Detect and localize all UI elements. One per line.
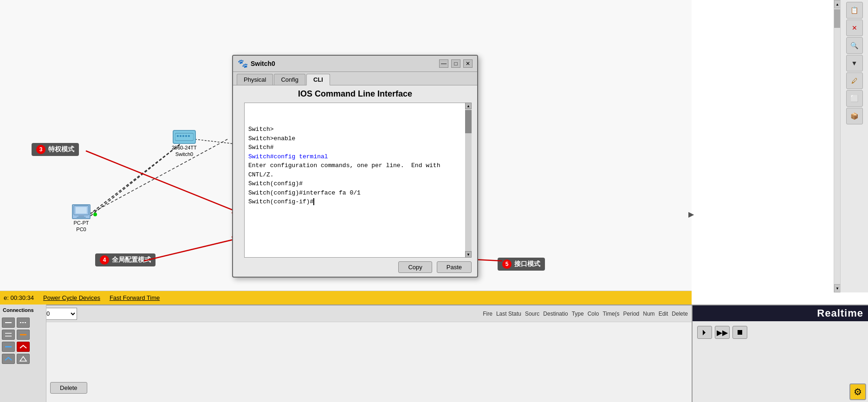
dialog-icon: 🐾 <box>238 58 248 69</box>
scroll-up[interactable]: ▲ <box>834 0 841 8</box>
tab-physical[interactable]: Physical <box>237 74 273 85</box>
connections-label: Connections <box>2 306 44 314</box>
svg-line-2 <box>91 139 227 214</box>
connections-panel: Connections <box>0 305 46 402</box>
scroll-down[interactable]: ▼ <box>834 284 841 292</box>
svg-rect-10 <box>188 135 190 137</box>
scenario-bar: i Scenario 0 Fire Last Statu Sourc Desti… <box>0 305 692 322</box>
period-label: Period <box>623 311 640 317</box>
pc-device[interactable]: PC-PT PC0 <box>72 204 91 232</box>
svg-line-0 <box>91 142 183 214</box>
svg-rect-7 <box>180 135 181 137</box>
type-label: Type <box>572 311 584 317</box>
conn-icon-5[interactable] <box>2 342 15 352</box>
power-cycle-btn[interactable]: Power Cycle Devices <box>43 294 100 301</box>
tab-cli[interactable]: CLI <box>306 74 330 85</box>
svg-rect-13 <box>78 215 84 217</box>
switch-label1: 2960-24TT <box>172 145 197 150</box>
window-controls: — □ ✕ <box>439 59 473 68</box>
terminal-content: Switch> Switch>enable Switch# Switch#con… <box>248 125 457 207</box>
fire-label: Fire <box>483 311 492 317</box>
settings-icon[interactable]: ⚙ <box>849 383 866 400</box>
copy-button[interactable]: Copy <box>398 261 432 273</box>
bottom-panel: i Scenario 0 Fire Last Statu Sourc Desti… <box>0 305 692 402</box>
source-label: Sourc <box>525 311 539 317</box>
delete-label: Delete <box>672 311 688 317</box>
minimize-button[interactable]: — <box>439 59 448 68</box>
cli-header: IOS Command Line Interface <box>233 85 477 103</box>
toolbar-btn-4[interactable]: ▼ <box>846 55 863 71</box>
conn-icon-7[interactable] <box>2 354 15 364</box>
scroll-thumb[interactable] <box>465 110 472 133</box>
pc-label2: PC0 <box>72 227 91 232</box>
svg-rect-8 <box>182 135 184 137</box>
bottom-action-buttons: New Delete <box>9 378 682 397</box>
conn-icon-8[interactable] <box>17 354 30 364</box>
toolbar-btn-5[interactable]: 🖊 <box>846 72 863 89</box>
conn-icon-1[interactable] <box>2 318 15 328</box>
maximize-button[interactable]: □ <box>451 59 460 68</box>
svg-marker-27 <box>20 357 26 361</box>
time-label: Time(s <box>602 311 619 317</box>
edit-label: Edit <box>659 311 668 317</box>
terminal-scrollbar[interactable]: ▲ ▼ <box>465 103 472 258</box>
delete-button[interactable]: Delete <box>50 382 87 394</box>
conn-icon-3[interactable] <box>2 330 15 340</box>
destination-label: Destinatio <box>543 311 568 317</box>
realtime-panel: Realtime ⏵ ▶▶ ⏹ ⚙ <box>692 305 868 402</box>
scroll-down-arrow[interactable]: ▼ <box>465 251 472 258</box>
cli-terminal[interactable]: Switch> Switch>enable Switch# Switch#con… <box>244 103 466 258</box>
num-label: Num <box>643 311 654 317</box>
pc-label1: PC-PT <box>72 220 91 226</box>
cli-dialog: 🐾 Switch0 — □ ✕ Physical Config CLI IOS … <box>232 55 478 278</box>
toolbar-btn-2[interactable]: ✕ <box>846 19 863 36</box>
dialog-title: Switch0 <box>251 60 275 67</box>
last-status-label: Last Statu <box>496 311 521 317</box>
switch-label2: Switch0 <box>172 151 197 157</box>
svg-rect-6 <box>177 135 179 137</box>
expand-arrow[interactable]: ▶ <box>688 210 694 219</box>
svg-point-4 <box>93 213 97 216</box>
annotation-4: 4全局配置模式 <box>95 253 155 266</box>
cli-buttons: Copy Paste <box>233 258 477 277</box>
switch-device[interactable]: 2960-24TT Switch0 <box>172 130 197 157</box>
realtime-toolbar: ⏵ ▶▶ ⏹ <box>697 326 863 339</box>
conn-icon-4[interactable] <box>17 330 30 340</box>
rt-btn-1[interactable]: ⏵ <box>697 326 712 339</box>
pc-icon <box>72 204 91 219</box>
cli-tabs: Physical Config CLI <box>233 72 477 85</box>
rt-btn-3[interactable]: ⏹ <box>732 326 747 339</box>
annotation-3: 3特权模式 <box>32 143 79 156</box>
status-time: e: 00:30:34 <box>4 294 34 301</box>
rt-btn-2[interactable]: ▶▶ <box>715 326 730 339</box>
fast-forward-btn[interactable]: Fast Forward Time <box>110 294 160 301</box>
close-button[interactable]: ✕ <box>463 59 473 68</box>
color-label: Colo <box>588 311 599 317</box>
toolbar-btn-6[interactable]: ⬜ <box>846 90 863 107</box>
right-scrollbar[interactable]: ▲ ▼ <box>834 0 840 292</box>
svg-line-18 <box>86 151 241 214</box>
svg-line-19 <box>144 238 241 261</box>
tab-config[interactable]: Config <box>274 74 305 85</box>
realtime-content: ⏵ ▶▶ ⏹ ⚙ <box>693 321 868 344</box>
scroll-thumb[interactable] <box>834 9 841 28</box>
cli-titlebar: 🐾 Switch0 — □ ✕ <box>233 56 477 72</box>
bottom-main: New Delete <box>0 322 692 402</box>
annotation-5: 5接口模式 <box>498 258 545 271</box>
switch-icon <box>173 130 196 144</box>
realtime-header: Realtime <box>693 305 868 321</box>
svg-rect-9 <box>185 135 187 137</box>
toolbar-btn-1[interactable]: 📋 <box>846 2 863 19</box>
svg-line-1 <box>91 142 183 216</box>
status-bar: e: 00:30:34 Power Cycle Devices Fast For… <box>0 291 692 305</box>
paste-button[interactable]: Paste <box>437 261 472 273</box>
scroll-up-arrow[interactable]: ▲ <box>465 103 472 109</box>
conn-icon-6[interactable] <box>17 342 30 352</box>
conn-icon-2[interactable] <box>17 318 30 328</box>
toolbar-btn-7[interactable]: 📦 <box>846 108 863 124</box>
right-toolbar: 📋 ✕ 🔍 ▼ 🖊 ⬜ 📦 <box>840 0 868 292</box>
svg-rect-12 <box>76 207 87 214</box>
toolbar-btn-3[interactable]: 🔍 <box>846 37 863 54</box>
svg-rect-14 <box>77 217 86 218</box>
